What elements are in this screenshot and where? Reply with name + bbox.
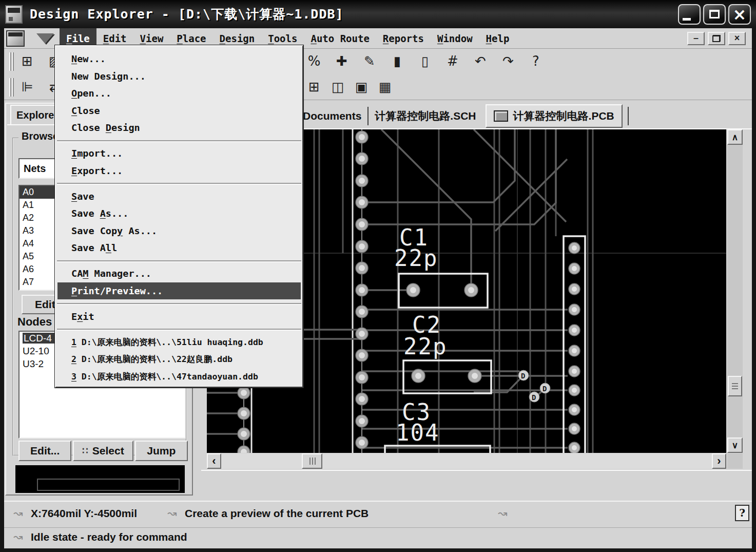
minimize-button[interactable] — [678, 4, 701, 25]
jump-node-button[interactable]: Jump — [135, 441, 188, 461]
tab-separator — [628, 107, 629, 125]
window-frame-right — [752, 28, 756, 552]
menu-item-print-preview-highlighted[interactable]: Print/Preview... — [57, 282, 301, 300]
redo-icon[interactable]: ↷ — [498, 51, 518, 71]
menu-item-recent-file-3[interactable]: 3 D:\原来电脑的资料\..\47tandaoyuan.ddb — [56, 368, 302, 386]
design-explorer-window: Design Explorer - [D:\下载\计算器~1.DDB] × Fi… — [0, 0, 756, 552]
menu-item-save[interactable]: Save — [56, 188, 302, 205]
menu-item-recent-file-1[interactable]: 1 D:\原来电脑的资料\..\51liu huaqing.ddb — [56, 334, 302, 351]
scroll-right-button[interactable]: › — [712, 453, 726, 469]
close-icon: × — [733, 6, 747, 23]
status-hint: Create a preview of the current PCB — [185, 507, 369, 520]
tab-sch-document[interactable]: 计算器控制电路.SCH — [369, 109, 482, 123]
context-help-button[interactable]: ? — [735, 505, 749, 521]
menu-item-recent-file-2[interactable]: 2 D:\原来电脑的资料\..\22赵良鹏.ddb — [56, 351, 302, 368]
window-frame-bottom — [0, 548, 756, 552]
menu-item-save-all[interactable]: Save All — [56, 239, 302, 257]
menu-item-save-as[interactable]: Save As... — [56, 205, 302, 222]
menu-help[interactable]: Help — [479, 28, 516, 48]
mdi-minimize-button[interactable]: – — [687, 32, 705, 45]
menu-item-open[interactable]: Open... — [56, 85, 302, 102]
window-title: Design Explorer - [D:\下载\计算器~1.DDB] — [30, 6, 344, 23]
draw-tool-icon[interactable]: ✎ — [360, 51, 379, 71]
scroll-up-button[interactable]: ∧ — [727, 129, 743, 145]
cursor-arrow-icon: ↝ — [167, 507, 177, 520]
cursor-arrow-icon: ↝ — [13, 507, 23, 520]
grid-icon[interactable]: # — [443, 51, 462, 71]
close-button[interactable]: × — [728, 4, 751, 25]
browse-tree-icon[interactable]: ⊞ — [17, 51, 37, 71]
pad-top-icon[interactable]: ▮ — [387, 51, 407, 71]
vertical-scroll-thumb[interactable] — [728, 376, 742, 396]
mdi-close-icon: × — [734, 33, 740, 44]
menu-separator — [56, 299, 302, 308]
horizontal-scrollbar[interactable]: ‹ › — [207, 453, 726, 469]
menu-item-close[interactable]: Close — [56, 102, 302, 120]
menu-window[interactable]: Window — [431, 28, 479, 48]
component-value-c1: 22p — [394, 245, 438, 271]
toolbar-grip[interactable] — [9, 52, 14, 71]
toolbar-grip[interactable] — [9, 78, 14, 97]
align-left-icon[interactable]: ⊫ — [17, 77, 37, 97]
combobox-value: Nets — [24, 163, 46, 175]
pcb-document-icon — [494, 110, 508, 122]
mdi-close-button[interactable]: × — [728, 32, 746, 45]
menu-separator — [56, 325, 302, 334]
menu-item-import[interactable]: Import... — [56, 145, 302, 162]
mdi-restore-button[interactable] — [708, 32, 725, 45]
menu-item-new-design[interactable]: New Design... — [56, 68, 302, 85]
scroll-down-icon: ∨ — [732, 440, 738, 451]
scroll-down-button[interactable]: ∨ — [727, 437, 743, 453]
pad-bottom-icon[interactable]: ▯ — [415, 51, 435, 71]
cursor-arrow-icon: ↝ — [13, 530, 23, 543]
scroll-left-button[interactable]: ‹ — [207, 453, 221, 469]
cross-probe-icon[interactable]: % — [304, 51, 324, 71]
vertical-scrollbar[interactable]: ∧ ∨ — [727, 129, 743, 453]
menu-auto-route[interactable]: Auto Route — [304, 28, 376, 48]
help-icon[interactable]: ? — [526, 51, 546, 71]
menu-reports[interactable]: Reports — [376, 28, 431, 48]
connector-pads — [569, 242, 580, 453]
cursor-arrow-icon: ↝ — [498, 507, 507, 520]
title-bar[interactable]: Design Explorer - [D:\下载\计算器~1.DDB] × — [0, 0, 756, 28]
menu-item-save-copy-as[interactable]: Save Copy As... — [56, 222, 302, 240]
via-label: D — [532, 393, 536, 402]
scrollbar-corner — [727, 453, 743, 469]
idle-state-text: Idle state - ready for command — [31, 531, 187, 543]
horizontal-scroll-thumb[interactable] — [302, 453, 322, 469]
board-preview-box[interactable] — [15, 465, 185, 493]
maximize-icon — [709, 10, 720, 18]
scroll-up-icon: ∧ — [732, 132, 738, 143]
window-frame-left — [0, 28, 4, 552]
menu-item-export[interactable]: Export... — [56, 162, 302, 180]
menu-item-close-design[interactable]: Close Design — [56, 119, 302, 137]
menu-separator — [56, 137, 302, 145]
menu-item-cam-manager[interactable]: CAM Manager... — [56, 265, 302, 282]
tab-documents[interactable]: Documents — [297, 110, 367, 122]
edit-node-button[interactable]: Edit... — [18, 441, 71, 461]
tab-pcb-document-active[interactable]: 计算器控制电路.PCB — [486, 104, 623, 128]
help-icon: ? — [739, 507, 745, 519]
status-bar: ↝ X:7640mil Y:-4500mil ↝ Create a previe… — [4, 501, 752, 527]
cursor-coordinates: X:7640mil Y:-4500mil — [31, 507, 137, 520]
footprint-icon[interactable]: ▣ — [352, 77, 371, 97]
menu-item-exit[interactable]: Exit — [56, 308, 302, 326]
menu-separator — [56, 179, 302, 188]
down-arrow-icon — [36, 33, 54, 44]
nodes-label: Nodes — [17, 315, 52, 329]
component-value-c2: 22p — [403, 333, 447, 359]
mdi-restore-icon — [712, 35, 721, 42]
select-node-button[interactable]: ∷Select — [73, 441, 133, 461]
footprint-select-icon[interactable]: ◫ — [328, 77, 347, 97]
move-icon[interactable]: ✚ — [332, 51, 352, 71]
library-browse-icon[interactable]: ▦ — [375, 77, 395, 97]
file-menu-popup: New... New Design... Open... Close Close… — [55, 45, 303, 388]
maximize-button[interactable] — [703, 4, 726, 25]
menu-item-new[interactable]: New... — [56, 50, 302, 68]
component-value-c3: 104 — [396, 420, 439, 446]
undo-icon[interactable]: ↶ — [471, 51, 490, 71]
layer-tab-bar: TopLayer BottomLayer Mechanical1 TopOver… — [201, 470, 752, 493]
via-label: D — [521, 372, 525, 380]
footprint-place-icon[interactable]: ⊞ — [304, 77, 324, 97]
document-icon[interactable] — [6, 30, 25, 47]
